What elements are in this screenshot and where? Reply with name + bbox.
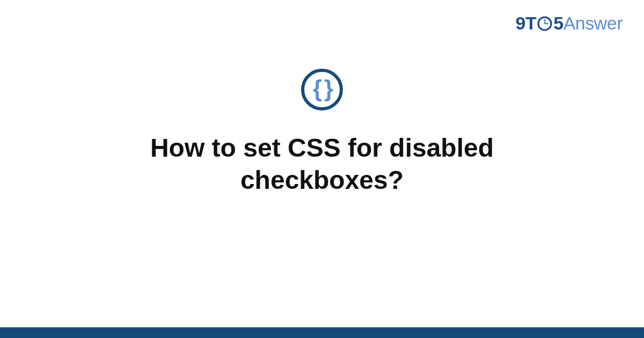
logo-text-9t: 9T [516,13,537,34]
main-content: { } How to set CSS for disabled checkbox… [0,69,644,196]
logo-text-5: 5 [553,13,563,34]
braces-icon: { } [313,77,331,100]
site-logo: 9T 5 Answer [516,13,623,34]
logo-text-answer: Answer [564,13,623,34]
footer-accent-bar [0,327,644,338]
logo-clock-icon [537,16,553,32]
question-title: How to set CSS for disabled checkboxes? [80,132,564,196]
category-code-icon: { } [301,69,343,111]
